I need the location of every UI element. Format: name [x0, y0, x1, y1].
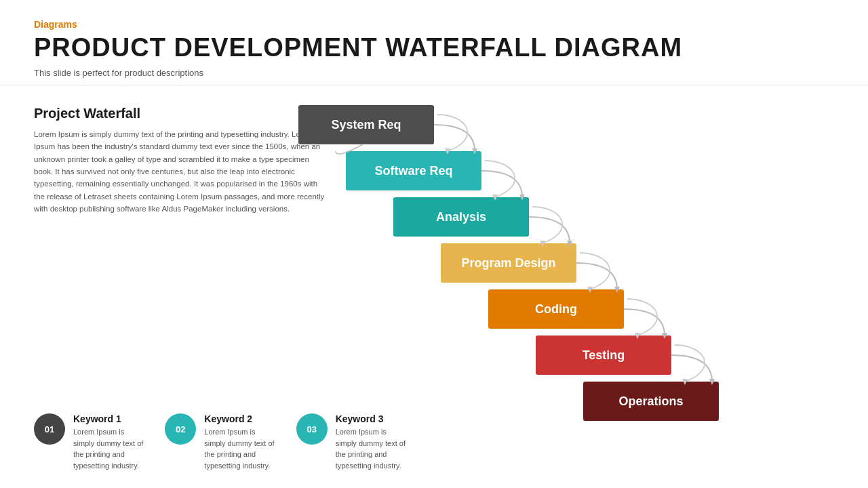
waterfall-diagram: System Req Software Req Analysis Program… [298, 105, 854, 444]
keyword-circle-1: 01 [34, 413, 65, 445]
step3-label: Analysis [436, 210, 486, 224]
step5-label: Coding [535, 302, 577, 316]
step6-label: Testing [583, 348, 625, 362]
keyword-title-3: Keyword 3 [336, 413, 407, 424]
section-title: Project Waterfall [34, 106, 326, 121]
keyword-body-3: Lorem Ipsum is simply dummy text of the … [336, 426, 407, 471]
step7-label: Operations [618, 394, 683, 408]
keyword-title-1: Keyword 1 [73, 413, 144, 424]
keyword-item-1: 01 Keyword 1 Lorem Ipsum is simply dummy… [34, 413, 144, 471]
keyword-item-3: 03 Keyword 3 Lorem Ipsum is simply dummy… [296, 413, 407, 471]
page-title: PRODUCT DEVELOPMENT WATERFALL DIAGRAM [34, 34, 834, 62]
subtitle: This slide is perfect for product descri… [34, 68, 834, 78]
keyword-item-2: 02 Keyword 2 Lorem Ipsum is simply dummy… [165, 413, 275, 471]
step1-label: System Req [331, 118, 401, 131]
category-label: Diagrams [34, 19, 834, 30]
keyword-title-2: Keyword 2 [204, 413, 275, 424]
waterfall-svg: System Req Software Req Analysis Program… [298, 105, 854, 437]
keyword-circle-3: 03 [296, 413, 328, 445]
keywords-section: 01 Keyword 1 Lorem Ipsum is simply dummy… [34, 413, 407, 471]
body-text: Lorem Ipsum is simply dummy text of the … [34, 128, 326, 216]
keyword-body-2: Lorem Ipsum is simply dummy text of the … [204, 426, 275, 471]
step2-label: Software Req [374, 164, 452, 178]
header: Diagrams PRODUCT DEVELOPMENT WATERFALL D… [0, 0, 868, 85]
keyword-circle-2: 02 [165, 413, 196, 445]
left-panel: Project Waterfall Lorem Ipsum is simply … [34, 92, 326, 216]
keyword-body-1: Lorem Ipsum is simply dummy text of the … [73, 426, 144, 471]
step4-label: Program Design [461, 256, 555, 270]
